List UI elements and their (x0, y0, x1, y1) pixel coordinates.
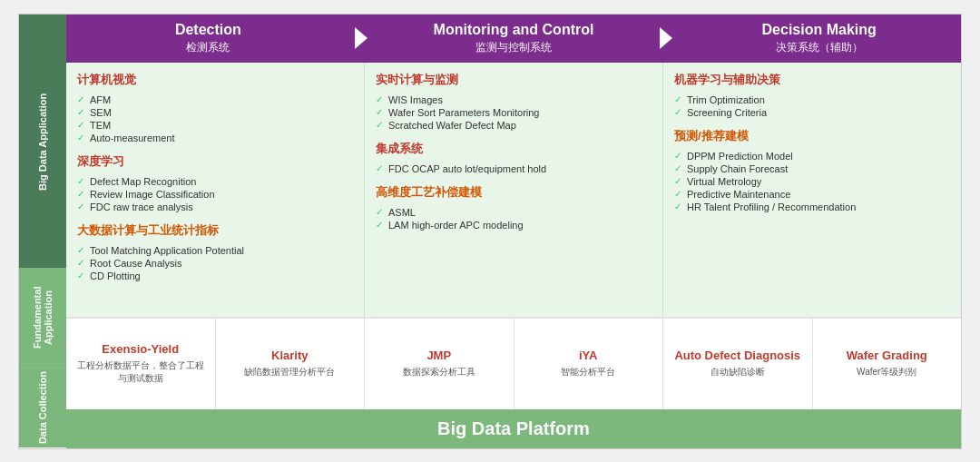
section-deep-learning-title: 深度学习 (77, 153, 353, 170)
list-item: Tool Matching Application Potential (77, 244, 353, 257)
arrow-divider-1 (350, 15, 372, 63)
list-item: LAM high-order APC modeling (376, 219, 652, 231)
section-ml-decision: 机器学习与辅助决策 Trim Optimization Screening Cr… (674, 72, 950, 119)
list-item: Review Image Classification (77, 188, 353, 201)
section-realtime-title: 实时计算与监测 (376, 72, 652, 88)
section-high-dim-list: ASML LAM high-order APC modeling (376, 206, 652, 231)
header-col3: Decision Making 决策系统（辅助） (677, 15, 961, 63)
fundamental-label: Fundamental Application (19, 268, 66, 368)
arrow-icon-1 (355, 27, 368, 49)
list-item: Supply Chain Forecast (674, 162, 950, 175)
section-prediction: 预测/推荐建模 DPPM Prediction Model Supply Cha… (674, 128, 950, 213)
section-realtime-list: WIS Images Wafer Sort Parameters Monitor… (376, 93, 652, 132)
data-collection-title: Big Data Platform (75, 418, 952, 439)
section-prediction-list: DPPM Prediction Model Supply Chain Forec… (674, 150, 950, 213)
fund-desc-exensio: 工程分析数据平台，整合了工程与测试数据 (74, 359, 208, 385)
section-prediction-title: 预测/推荐建模 (674, 128, 950, 144)
fund-cell-auto-defect: Auto Defect Diagnosis 自动缺陷诊断 (663, 319, 813, 409)
section-integrated-title: 集成系统 (376, 141, 652, 157)
section-computer-vision: 计算机视觉 AFM SEM TEM Auto-measurement (77, 72, 353, 144)
section-integrated-list: FDC OCAP auto lot/equipment hold (376, 162, 652, 175)
list-item: WIS Images (376, 93, 652, 106)
list-item: HR Talent Profiling / Recommendation (674, 201, 950, 213)
list-item: Screening Criteria (674, 106, 950, 119)
list-item: ASML (376, 206, 652, 219)
section-ml-decision-title: 机器学习与辅助决策 (674, 72, 950, 88)
fund-desc-wafer-grading: Wafer等级判别 (857, 366, 916, 378)
fund-cell-iya: iYA 智能分析平台 (514, 319, 664, 409)
section-realtime: 实时计算与监测 WIS Images Wafer Sort Parameters… (376, 72, 652, 132)
arrow-divider-2 (655, 15, 677, 63)
section-computer-vision-title: 计算机视觉 (77, 72, 353, 88)
fund-desc-iya: 智能分析平台 (561, 366, 615, 378)
list-item: TEM (77, 119, 353, 132)
section-bigdata-stats-list: Tool Matching Application Potential Root… (77, 244, 353, 282)
fund-title-klarity: Klarity (271, 349, 308, 362)
list-item: Predictive Maintenance (674, 188, 950, 201)
header-col3-en: Decision Making (681, 22, 957, 38)
list-item: SEM (77, 106, 353, 119)
fund-title-exensio: Exensio-Yield (102, 342, 179, 356)
fund-desc-jmp: 数据探索分析工具 (403, 366, 475, 378)
fund-title-auto-defect: Auto Defect Diagnosis (674, 349, 800, 362)
fund-title-jmp: JMP (426, 349, 451, 362)
header-col1: Detection 检测系统 (66, 15, 350, 63)
list-item: AFM (77, 93, 353, 106)
list-item: Defect Map Recognition (77, 175, 353, 188)
fund-desc-klarity: 缺陷数据管理分析平台 (244, 366, 335, 378)
list-item: Scratched Wafer Defect Map (376, 119, 652, 132)
big-data-row: 计算机视觉 AFM SEM TEM Auto-measurement 深度学习 … (66, 63, 961, 317)
diagram-wrapper: Big Data Application Fundamental Applica… (18, 14, 962, 449)
fund-cell-wafer-grading: Wafer Grading Wafer等级判别 (813, 319, 962, 409)
section-computer-vision-list: AFM SEM TEM Auto-measurement (77, 93, 353, 144)
header-col2-en: Monitoring and Control (376, 22, 652, 38)
header-col3-zh: 决策系统（辅助） (681, 40, 957, 55)
section-high-dim: 高维度工艺补偿建模 ASML LAM high-order APC modeli… (376, 184, 652, 231)
header-col1-en: Detection (70, 22, 347, 38)
big-data-label: Big Data Application (19, 15, 66, 269)
big-data-col2: 实时计算与监测 WIS Images Wafer Sort Parameters… (365, 63, 663, 317)
fundamental-row: Exensio-Yield 工程分析数据平台，整合了工程与测试数据 Klarit… (66, 317, 961, 409)
list-item: Root Cause Analysis (77, 257, 353, 270)
fund-cell-klarity: Klarity 缺陷数据管理分析平台 (216, 319, 366, 409)
list-item: FDC OCAP auto lot/equipment hold (376, 162, 652, 175)
section-bigdata-stats: 大数据计算与工业统计指标 Tool Matching Application P… (77, 222, 353, 282)
fund-cell-exensio: Exensio-Yield 工程分析数据平台，整合了工程与测试数据 (66, 319, 216, 409)
big-data-col3: 机器学习与辅助决策 Trim Optimization Screening Cr… (663, 63, 961, 317)
arrow-icon-2 (660, 27, 672, 49)
section-high-dim-title: 高维度工艺补偿建模 (376, 184, 652, 201)
list-item: Trim Optimization (674, 93, 950, 106)
big-data-col1: 计算机视觉 AFM SEM TEM Auto-measurement 深度学习 … (66, 63, 365, 317)
row-labels: Big Data Application Fundamental Applica… (19, 15, 66, 448)
list-item: Wafer Sort Parameters Monitoring (376, 106, 652, 119)
content-area: Detection 检测系统 Monitoring and Control 监测… (66, 15, 961, 448)
header-row: Detection 检测系统 Monitoring and Control 监测… (66, 15, 961, 63)
header-col1-zh: 检测系统 (70, 40, 347, 55)
list-item: CD Plotting (77, 270, 353, 282)
data-collection-row: Big Data Platform (66, 409, 961, 448)
fund-title-iya: iYA (579, 349, 597, 362)
list-item: DPPM Prediction Model (674, 150, 950, 162)
section-bigdata-stats-title: 大数据计算与工业统计指标 (77, 222, 353, 239)
main-grid: Big Data Application Fundamental Applica… (19, 15, 961, 448)
list-item: FDC raw trace analysis (77, 201, 353, 213)
fund-title-wafer-grading: Wafer Grading (847, 349, 927, 362)
data-collection-label: Data Collection (19, 368, 66, 447)
section-ml-decision-list: Trim Optimization Screening Criteria (674, 93, 950, 119)
section-deep-learning: 深度学习 Defect Map Recognition Review Image… (77, 153, 353, 213)
section-integrated: 集成系统 FDC OCAP auto lot/equipment hold (376, 141, 652, 175)
list-item: Auto-measurement (77, 132, 353, 144)
header-col2: Monitoring and Control 监测与控制系统 (372, 15, 656, 63)
fund-cell-jmp: JMP 数据探索分析工具 (365, 319, 514, 409)
list-item: Virtual Metrology (674, 175, 950, 188)
section-deep-learning-list: Defect Map Recognition Review Image Clas… (77, 175, 353, 213)
fund-desc-auto-defect: 自动缺陷诊断 (710, 366, 765, 378)
header-col2-zh: 监测与控制系统 (376, 40, 652, 55)
